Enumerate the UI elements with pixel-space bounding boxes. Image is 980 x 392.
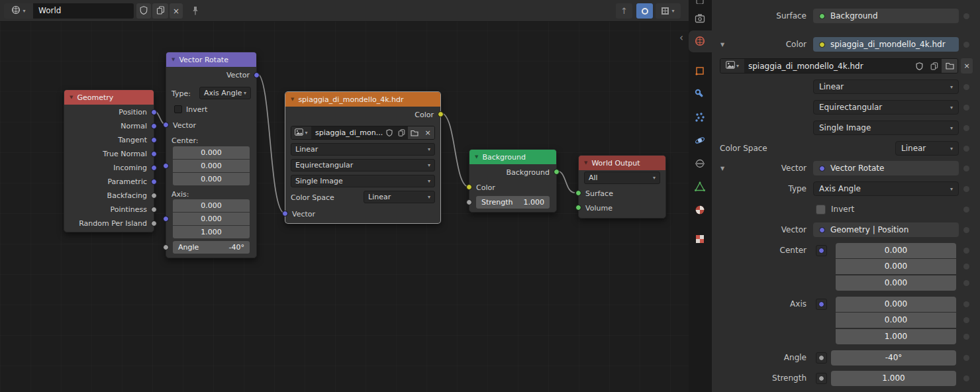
node-vector-rotate[interactable]: ▼ Vector Rotate Vector Type: Axis Angle▾… [166,52,257,258]
color-space-dropdown[interactable]: Linear▾ [895,141,959,156]
node-environment-texture-header[interactable]: ▼ spiaggia_di_mondello_4k.hdr [285,92,440,107]
world-browse-button[interactable]: ▾ [4,3,33,19]
rotation-type-dropdown[interactable]: Axis Angle▾ [813,181,959,196]
image-name[interactable]: spiaggia_di_mondello_4k.hdr [744,59,912,73]
socket-tangent-output[interactable] [151,137,157,143]
socket-true-normal-output[interactable] [151,151,157,157]
unlink-image-button[interactable]: × [961,58,973,74]
decorator-dot[interactable] [963,13,969,19]
unlink-data-button[interactable]: × [170,3,183,19]
color-space-dropdown[interactable]: Linear▾ [364,191,435,203]
decorator-dot[interactable] [963,301,969,307]
tab-tool[interactable] [694,0,706,6]
pin-icon[interactable] [191,6,199,19]
fake-user-shield-button[interactable] [136,3,151,19]
collapse-triangle-icon[interactable]: ▼ [475,154,478,160]
region-collapse-arrow[interactable]: ‹ [679,32,683,44]
duplicate-image-button[interactable] [926,59,942,73]
source-dropdown[interactable]: Single Image▾ [291,175,435,187]
decorator-dot[interactable] [963,317,969,323]
socket-incoming-output[interactable] [151,165,157,171]
center-x-field[interactable]: 0.000 [173,146,250,159]
strength-field[interactable]: 1.000 [831,371,956,386]
node-geometry[interactable]: ▼ Geometry Position Normal Tangent True … [64,89,154,232]
center-x-field[interactable]: 0.000 [836,243,956,258]
image-browse-button[interactable]: ▾ [720,59,744,73]
decorator-dot[interactable] [963,207,969,213]
node-geometry-header[interactable]: ▼ Geometry [64,90,154,105]
axis-z-field[interactable]: 1.000 [173,226,250,238]
socket-angle-input[interactable] [163,244,169,250]
interpolation-dropdown[interactable]: Linear▾ [291,143,435,156]
invert-checkbox[interactable] [816,205,826,215]
axis-socket-button[interactable] [816,299,827,310]
surface-shader-button[interactable]: Background [813,9,959,23]
socket-random-per-island-output[interactable] [151,220,157,226]
center-y-field[interactable]: 0.000 [836,259,956,274]
rotation-type-dropdown[interactable]: Axis Angle▾ [199,87,251,99]
tab-object[interactable] [694,65,706,77]
duplicate-image-button[interactable] [395,126,408,139]
decorator-dot[interactable] [963,166,969,172]
decorator-dot[interactable] [963,105,969,111]
decorator-dot[interactable] [963,84,969,90]
decorator-dot[interactable] [963,186,969,192]
angle-field[interactable]: -40° [831,350,956,366]
fake-user-shield-button[interactable] [912,59,926,73]
overlays-dropdown-button[interactable]: ▾ [656,3,681,19]
axis-x-field[interactable]: 0.000 [173,199,250,212]
strength-field[interactable]: Strength1.000 [476,196,550,209]
tab-world[interactable] [694,35,706,47]
projection-dropdown[interactable]: Equirectangular▾ [813,100,959,115]
node-background-header[interactable]: ▼ Background [469,150,556,164]
shader-node-editor[interactable]: ▾ World × ↑ [0,0,689,392]
decorator-dot[interactable] [963,280,969,286]
decorator-dot[interactable] [963,146,969,152]
collapse-triangle-icon[interactable]: ▼ [291,97,294,102]
decorator-dot[interactable] [963,227,969,233]
socket-strength-input[interactable] [466,199,472,205]
socket-background-output[interactable] [554,169,560,175]
node-environment-texture[interactable]: ▼ spiaggia_di_mondello_4k.hdr Color ▾ sp… [285,91,441,224]
node-world-output[interactable]: ▼ World Output All▾ Surface Volume [578,155,666,219]
snap-toggle-button[interactable] [636,3,653,19]
axis-y-field[interactable]: 0.000 [836,313,956,328]
strength-socket-button[interactable] [816,373,827,384]
socket-center-input[interactable] [163,163,169,169]
duplicate-data-button[interactable] [152,3,168,19]
socket-parametric-output[interactable] [151,179,157,185]
center-socket-button[interactable] [816,245,827,256]
tab-physics[interactable] [694,134,706,146]
socket-vector-input[interactable] [163,122,169,128]
socket-surface-input[interactable] [575,190,581,196]
center-y-field[interactable]: 0.000 [173,160,250,172]
color-source-button[interactable]: spiaggia_di_mondello_4k.hdr [813,37,959,52]
socket-backfacing-output[interactable] [151,193,157,199]
tab-constraints[interactable] [694,158,706,170]
axis-x-field[interactable]: 0.000 [836,297,956,312]
socket-position-output[interactable] [151,109,157,115]
socket-vector-input[interactable] [282,211,288,217]
world-name-field[interactable]: World [33,3,134,19]
angle-socket-button[interactable] [816,352,827,364]
socket-color-output[interactable] [438,111,444,117]
unlink-image-button[interactable]: × [421,126,434,139]
output-target-dropdown[interactable]: All▾ [584,172,660,184]
angle-field[interactable]: Angle-40° [173,241,250,254]
decorator-dot[interactable] [963,248,969,254]
tab-texture[interactable] [694,233,706,245]
projection-dropdown[interactable]: Equirectangular▾ [291,159,435,172]
socket-vector-output[interactable] [254,72,260,78]
tab-modifiers[interactable] [694,88,706,100]
source-dropdown[interactable]: Single Image▾ [813,121,959,135]
axis-z-field[interactable]: 1.000 [836,329,956,344]
tab-object-data[interactable] [694,181,706,193]
collapse-triangle-icon[interactable]: ▼ [584,160,587,166]
socket-normal-output[interactable] [151,123,157,129]
node-background[interactable]: ▼ Background Background Color Strength1.… [469,149,557,213]
socket-volume-input[interactable] [575,205,581,211]
collapse-triangle-icon[interactable]: ▼ [172,57,175,62]
center-z-field[interactable]: 0.000 [173,173,250,185]
image-browse-button[interactable]: ▾ [291,126,311,139]
vector-input-source-button[interactable]: Geometry | Position [813,222,959,237]
